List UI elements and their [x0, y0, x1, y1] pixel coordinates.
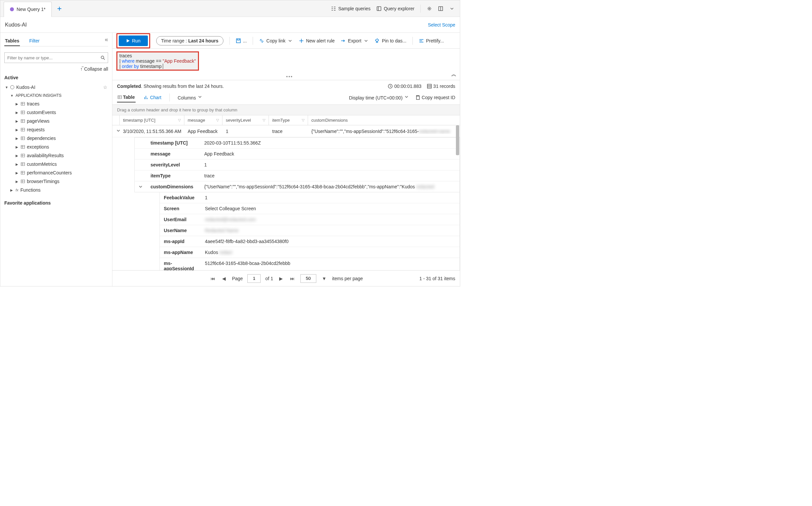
svg-rect-0: [377, 7, 381, 11]
col-customdimensions[interactable]: customDimensions: [308, 115, 460, 125]
run-button[interactable]: Run: [119, 35, 148, 46]
col-timestamp[interactable]: timestamp [UTC]▽: [120, 115, 184, 125]
table-row[interactable]: 3/10/2020, 11:51:55.366 AM App Feedback …: [112, 125, 460, 137]
chevron-right-icon: ▶: [16, 180, 19, 183]
pager-size-input[interactable]: [300, 274, 316, 283]
svg-rect-7: [417, 96, 420, 99]
view-tab-table[interactable]: Table: [117, 92, 136, 102]
table-icon: [118, 95, 122, 99]
table-icon: [21, 154, 25, 157]
star-icon[interactable]: ☆: [103, 85, 107, 90]
new-alert-button[interactable]: New alert rule: [299, 38, 335, 44]
tree-table-pageViews[interactable]: ▶pageViews: [4, 117, 108, 125]
elapsed-time: 00:00:01.883: [387, 84, 422, 89]
chevron-down-icon[interactable]: [116, 128, 121, 133]
chevron-down-icon: [197, 94, 203, 99]
sidebar-search-input[interactable]: [4, 53, 108, 63]
columns-button[interactable]: Columns: [177, 92, 203, 102]
tree-table-availabilityResults[interactable]: ▶availabilityResults: [4, 151, 108, 160]
svg-point-3: [101, 56, 104, 59]
tree-table-requests[interactable]: ▶requests: [4, 125, 108, 134]
tree-table-exceptions[interactable]: ▶exceptions: [4, 143, 108, 151]
save-icon: [236, 38, 241, 44]
query-explorer-button[interactable]: Query explorer: [376, 6, 415, 11]
collapse-all-button[interactable]: ↑‾ Collapse all: [4, 66, 108, 72]
record-count: 31 records: [427, 84, 455, 89]
chevron-right-icon: ▶: [16, 145, 19, 149]
row-details: timestamp [UTC]2020-03-10T11:51:55.366Z …: [134, 137, 460, 192]
query-tab[interactable]: New Query 1*: [4, 2, 52, 17]
pager-last-button[interactable]: ⏭: [289, 275, 296, 282]
pager-prev-button[interactable]: ◀: [221, 275, 228, 282]
query-editor[interactable]: traces | where message == "App Feedback"…: [112, 49, 460, 80]
filter-icon[interactable]: ▽: [263, 118, 265, 122]
select-scope-link[interactable]: Select Scope: [428, 22, 456, 27]
pager-next-button[interactable]: ▶: [278, 275, 284, 282]
copy-link-button[interactable]: Copy link: [259, 38, 293, 44]
tab-filter[interactable]: Filter: [28, 36, 40, 46]
tree-group[interactable]: ▼ APPLICATION INSIGHTS: [4, 91, 108, 99]
new-tab-button[interactable]: +: [57, 4, 62, 13]
export-button[interactable]: Export: [341, 38, 368, 44]
pager-page-input[interactable]: [247, 274, 261, 283]
svg-rect-6: [427, 84, 431, 88]
tree-root[interactable]: ▼ Kudos-AI ☆: [4, 83, 108, 91]
svg-point-1: [429, 8, 430, 9]
chevron-down-icon: [363, 38, 369, 44]
copy-request-button[interactable]: Copy request ID: [415, 95, 455, 100]
display-time-button[interactable]: Display time (UTC+00:00): [349, 94, 409, 100]
tree-table-performanceCounters[interactable]: ▶performanceCounters: [4, 168, 108, 177]
format-icon: [419, 38, 424, 44]
pager-summary: 1 - 31 of 31 items: [420, 276, 455, 281]
tree-table-customMetrics[interactable]: ▶customMetrics: [4, 160, 108, 168]
scope-name: Kudos-AI: [5, 22, 27, 28]
col-message[interactable]: message▽: [184, 115, 222, 125]
pin-button[interactable]: Pin to das...: [375, 38, 407, 44]
table-icon: [21, 119, 25, 123]
rows-icon: [427, 84, 432, 89]
grid-header: timestamp [UTC]▽ message▽ severityLevel▽…: [112, 115, 460, 125]
filter-icon[interactable]: ▽: [216, 118, 219, 122]
favorites-heading: Favorite applications: [4, 200, 108, 205]
tab-tables[interactable]: Tables: [4, 36, 20, 46]
col-itemtype[interactable]: itemType▽: [269, 115, 308, 125]
tree-table-browserTimings[interactable]: ▶browserTimings: [4, 177, 108, 186]
group-by-zone[interactable]: Drag a column header and drop it here to…: [112, 104, 460, 115]
chevron-right-icon: ▶: [16, 171, 19, 175]
prettify-button[interactable]: Prettify...: [419, 38, 444, 44]
collapse-editor-icon[interactable]: ︽: [451, 71, 457, 78]
chevron-down-icon[interactable]: [138, 184, 143, 189]
divider: [421, 5, 421, 13]
export-icon: [341, 38, 346, 44]
save-button[interactable]: ...: [236, 38, 247, 44]
table-icon: [21, 102, 25, 105]
pager-size-dropdown[interactable]: ▼: [321, 275, 328, 282]
ellipsis-icon: •••: [286, 74, 293, 79]
tree-table-dependencies[interactable]: ▶dependencies: [4, 134, 108, 143]
chevron-right-icon: ▶: [10, 188, 14, 192]
view-tab-chart[interactable]: Chart: [143, 93, 162, 102]
chevron-down-icon[interactable]: [449, 6, 455, 11]
filter-icon[interactable]: ▽: [302, 118, 304, 122]
sidebar-collapse-icon[interactable]: «: [105, 36, 108, 46]
tree-functions[interactable]: ▶ fx Functions: [4, 186, 108, 194]
pin-icon: [375, 38, 380, 44]
pager-first-button[interactable]: ⏮: [209, 275, 216, 282]
table-icon: [21, 180, 25, 183]
filter-icon[interactable]: ▽: [178, 118, 181, 122]
chevron-down-icon: ▼: [5, 86, 8, 89]
play-icon: [126, 39, 130, 43]
chevron-down-icon: [404, 94, 409, 99]
chevron-right-icon: ▶: [16, 163, 19, 166]
scrollbar[interactable]: [456, 125, 459, 155]
search-icon: [100, 55, 105, 60]
tree-table-customEvents[interactable]: ▶customEvents: [4, 108, 108, 117]
table-icon: [21, 128, 25, 131]
time-range-button[interactable]: Time range : Last 24 hours: [156, 36, 223, 46]
tree-table-traces[interactable]: ▶traces: [4, 99, 108, 108]
panel-icon[interactable]: [438, 6, 443, 11]
sample-queries-button[interactable]: Sample queries: [331, 6, 370, 11]
col-severity[interactable]: severityLevel▽: [222, 115, 269, 125]
gear-icon[interactable]: [427, 6, 432, 11]
table-icon: [21, 111, 25, 114]
